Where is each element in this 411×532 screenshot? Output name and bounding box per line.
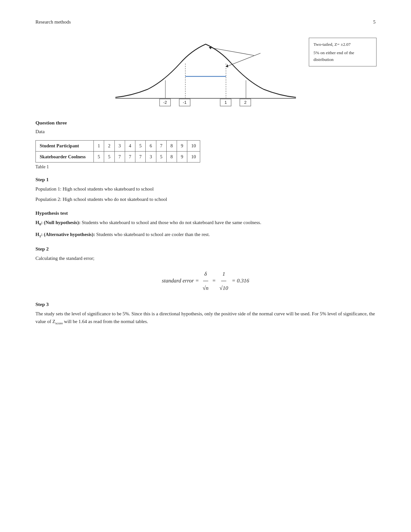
header-title: Research methods <box>35 19 71 25</box>
page-header: Research methods 5 <box>35 19 376 25</box>
formula-block: standard error = δ √n = 1 √10 = 0.316 <box>35 268 376 294</box>
bell-curve-container: -2 -1 1 2 Two-tailed, Z= ±2.07 5% on eit… <box>106 34 306 109</box>
col-3: 3 <box>114 141 125 152</box>
table-caption: Table 1 <box>35 164 376 170</box>
val-9: 9 <box>177 152 187 163</box>
header-page: 5 <box>373 19 376 25</box>
val-5: 7 <box>135 152 146 163</box>
formula-equals1: = <box>195 278 201 284</box>
step2-text: Calculating the standard error; <box>35 254 376 262</box>
callout-line1: Two-tailed, Z= ±2.07 <box>314 41 372 48</box>
row2-label: Skateboarder Coolness <box>36 152 94 163</box>
val-10: 10 <box>187 152 200 163</box>
val-6: 3 <box>146 152 156 163</box>
question-heading: Question three <box>35 120 376 126</box>
col-6: 6 <box>146 141 156 152</box>
svg-marker-7 <box>226 64 228 67</box>
svg-line-6 <box>226 53 260 67</box>
svg-text:-2: -2 <box>163 100 167 105</box>
data-table: Student Participant 1 2 3 4 5 6 7 8 9 10… <box>35 140 200 163</box>
col-10: 10 <box>187 141 200 152</box>
h0-text: Students who skateboard to school and th… <box>82 220 261 225</box>
hypothesis-heading: Hypothesis test <box>35 210 376 216</box>
formula-label: standard error <box>162 278 194 284</box>
h1-paragraph: H1: (Alternative hypothesis): Students w… <box>35 231 376 239</box>
step3-text-main: The study sets the level of significance… <box>35 311 375 324</box>
step2-heading: Step 2 <box>35 246 376 252</box>
col-2: 2 <box>104 141 114 152</box>
fraction2-numerator: 1 <box>221 268 227 281</box>
svg-text:-1: -1 <box>183 100 187 105</box>
val-2: 5 <box>104 152 114 163</box>
col-5: 5 <box>135 141 146 152</box>
val-1: 5 <box>94 152 104 163</box>
col-7: 7 <box>156 141 166 152</box>
val-3: 7 <box>114 152 125 163</box>
table-row-1: Student Participant 1 2 3 4 5 6 7 8 9 10 <box>36 141 200 152</box>
fraction-1-sqrt10: 1 √10 <box>218 268 230 294</box>
h1-text: Students who skateboard to school are co… <box>96 232 210 237</box>
z-sub: score <box>55 321 63 325</box>
val-8: 8 <box>166 152 177 163</box>
formula-result: = 0.316 <box>232 278 249 284</box>
table-row-2: Skateboarder Coolness 5 5 7 7 7 3 5 8 9 … <box>36 152 200 163</box>
callout-box: Two-tailed, Z= ±2.07 5% on either end of… <box>309 38 377 66</box>
fraction2-denominator: √10 <box>218 281 230 295</box>
svg-line-8 <box>209 47 254 55</box>
val-7: 5 <box>156 152 166 163</box>
h0-label: H0: (Null hypothesis): <box>35 220 81 225</box>
diagram-area: -2 -1 1 2 Two-tailed, Z= ±2.07 5% on eit… <box>35 34 376 109</box>
fraction-denominator: √n <box>201 281 210 295</box>
pop1-text: Population 1: High school students who s… <box>35 185 376 193</box>
col-8: 8 <box>166 141 177 152</box>
svg-text:1: 1 <box>224 100 227 105</box>
bell-curve-svg: -2 -1 1 2 <box>106 34 306 109</box>
col-4: 4 <box>125 141 135 152</box>
step1-heading: Step 1 <box>35 177 376 182</box>
question-section: Question three Data Student Participant … <box>35 120 376 326</box>
col-1: 1 <box>94 141 104 152</box>
fraction-delta-sqrtn: δ √n <box>201 268 210 294</box>
pop2-text: Population 2: High school students who d… <box>35 195 376 203</box>
col-9: 9 <box>177 141 187 152</box>
val-4: 7 <box>125 152 135 163</box>
data-label: Data <box>35 129 376 134</box>
h1-label: H1: (Alternative hypothesis): <box>35 232 95 237</box>
formula-equals2: = <box>212 278 217 284</box>
h0-paragraph: H0: (Null hypothesis): Students who skat… <box>35 219 376 227</box>
callout-line2: 5% on either end of the distribution <box>314 50 372 63</box>
fraction-numerator: δ <box>203 268 208 281</box>
svg-text:2: 2 <box>244 100 246 105</box>
step3-heading: Step 3 <box>35 301 376 307</box>
step3-text: The study sets the level of significance… <box>35 310 376 326</box>
row1-label: Student Participant <box>36 141 94 152</box>
